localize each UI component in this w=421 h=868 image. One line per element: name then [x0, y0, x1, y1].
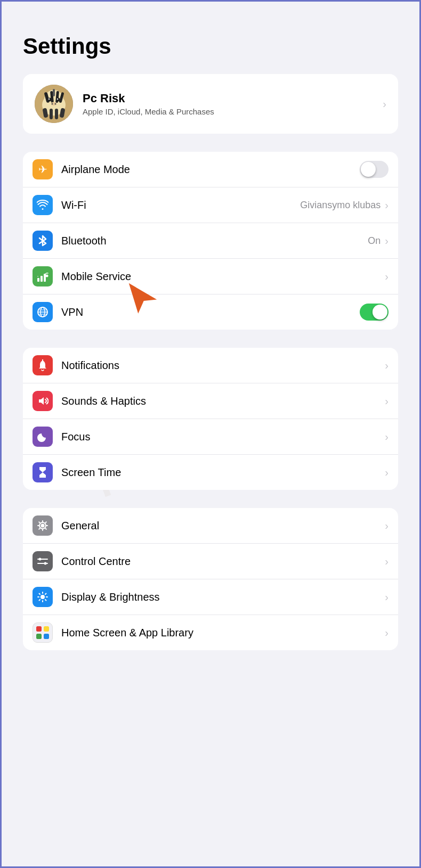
- home-screen-label: Home Screen & App Library: [61, 627, 385, 639]
- airplane-icon: ✈: [38, 163, 47, 176]
- wifi-chevron: ›: [385, 199, 388, 211]
- screen-time-chevron: ›: [385, 466, 388, 479]
- wifi-icon-wrap: [33, 195, 53, 215]
- notifications-row[interactable]: Notifications ›: [23, 348, 398, 383]
- home-screen-row[interactable]: Home Screen & App Library ›: [23, 615, 398, 650]
- svg-line-50: [39, 600, 41, 601]
- control-centre-icon-wrap: [33, 551, 53, 571]
- notifications-icon-wrap: [33, 355, 53, 375]
- notifications-chevron: ›: [385, 359, 388, 372]
- general-label: General: [61, 520, 385, 532]
- general-icon-wrap: [33, 515, 53, 536]
- svg-rect-21: [41, 276, 43, 282]
- airplane-mode-icon-wrap: ✈: [33, 159, 53, 179]
- svg-point-17: [52, 103, 53, 105]
- notifications-group: Notifications › Sounds & Haptics ›: [23, 348, 398, 490]
- vpn-row[interactable]: VPN: [23, 294, 398, 330]
- sound-icon: [37, 395, 48, 407]
- focus-chevron: ›: [385, 431, 388, 443]
- control-centre-chevron: ›: [385, 555, 388, 568]
- wifi-value: Giviansymo klubas: [300, 200, 380, 211]
- display-brightness-row[interactable]: Display & Brightness ›: [23, 579, 398, 615]
- vpn-toggle-thumb: [373, 305, 387, 320]
- svg-line-47: [39, 594, 41, 595]
- connectivity-group: ✈ Airplane Mode Wi-Fi Gi: [23, 152, 398, 330]
- svg-rect-23: [37, 276, 38, 277]
- home-screen-icon: [35, 625, 50, 640]
- general-chevron: ›: [385, 520, 388, 532]
- signal-icon: [37, 271, 48, 282]
- mobile-service-row[interactable]: Mobile Service ›: [23, 259, 398, 294]
- profile-name: Pc Risk: [83, 92, 383, 105]
- bluetooth-icon: [37, 235, 48, 247]
- avatar: [35, 85, 73, 123]
- bell-icon: [37, 359, 48, 371]
- svg-point-12: [48, 98, 52, 102]
- hourglass-icon: [37, 466, 48, 478]
- focus-label: Focus: [61, 431, 385, 443]
- general-group: General › Control Centre ›: [23, 508, 398, 650]
- globe-icon: [37, 306, 48, 318]
- home-screen-chevron: ›: [385, 627, 388, 639]
- svg-rect-51: [36, 626, 42, 632]
- focus-icon-wrap: [33, 427, 53, 447]
- screen-time-row[interactable]: Screen Time ›: [23, 455, 398, 490]
- airplane-mode-label: Airplane Mode: [61, 163, 360, 176]
- svg-rect-10: [55, 109, 58, 119]
- gear-icon: [37, 520, 48, 531]
- profile-card[interactable]: Pc Risk Apple ID, iCloud, Media & Purcha…: [23, 74, 398, 134]
- svg-point-14: [48, 99, 50, 100]
- profile-info: Pc Risk Apple ID, iCloud, Media & Purcha…: [83, 92, 383, 116]
- sun-icon: [37, 591, 48, 603]
- focus-row[interactable]: Focus ›: [23, 419, 398, 455]
- profile-chevron: ›: [383, 98, 386, 110]
- home-screen-icon-wrap: [33, 623, 53, 643]
- svg-point-42: [41, 595, 45, 599]
- control-centre-label: Control Centre: [61, 555, 385, 568]
- svg-line-48: [45, 600, 46, 601]
- svg-point-15: [57, 99, 58, 100]
- wifi-label: Wi-Fi: [61, 199, 300, 211]
- vpn-label: VPN: [61, 306, 360, 318]
- bluetooth-row[interactable]: Bluetooth On ›: [23, 223, 398, 259]
- svg-point-24: [46, 275, 48, 277]
- sounds-haptics-icon-wrap: [33, 391, 53, 411]
- mobile-service-label: Mobile Service: [61, 271, 385, 283]
- wifi-icon: [37, 199, 48, 211]
- sliders-icon: [37, 555, 48, 567]
- page-title: Settings: [23, 34, 398, 59]
- svg-rect-9: [50, 109, 53, 119]
- svg-point-18: [55, 103, 56, 105]
- sounds-haptics-row[interactable]: Sounds & Haptics ›: [23, 383, 398, 419]
- bluetooth-value: On: [368, 235, 380, 247]
- airplane-mode-toggle[interactable]: [360, 161, 388, 178]
- wifi-row[interactable]: Wi-Fi Giviansymo klubas ›: [23, 187, 398, 223]
- svg-rect-19: [53, 89, 55, 96]
- screen-time-icon-wrap: [33, 462, 53, 482]
- svg-marker-31: [39, 397, 44, 405]
- mobile-service-chevron: ›: [385, 271, 388, 283]
- airplane-mode-row[interactable]: ✈ Airplane Mode: [23, 152, 398, 187]
- airplane-mode-toggle-thumb: [361, 162, 376, 177]
- control-centre-row[interactable]: Control Centre ›: [23, 544, 398, 579]
- screen-time-label: Screen Time: [61, 466, 385, 479]
- profile-subtitle: Apple ID, iCloud, Media & Purchases: [83, 107, 383, 116]
- notifications-label: Notifications: [61, 359, 385, 372]
- bluetooth-icon-wrap: [33, 231, 53, 251]
- moon-icon: [37, 431, 48, 443]
- svg-point-34: [41, 524, 45, 528]
- display-brightness-chevron: ›: [385, 591, 388, 603]
- display-brightness-label: Display & Brightness: [61, 591, 385, 603]
- svg-rect-53: [36, 634, 42, 639]
- svg-point-13: [56, 98, 60, 102]
- sounds-haptics-label: Sounds & Haptics: [61, 395, 385, 407]
- settings-screen: pcrisk.com Settings: [0, 0, 421, 868]
- vpn-icon-wrap: [33, 302, 53, 322]
- svg-rect-54: [44, 634, 49, 639]
- mobile-service-icon-wrap: [33, 266, 53, 286]
- sounds-haptics-chevron: ›: [385, 395, 388, 407]
- general-row[interactable]: General ›: [23, 508, 398, 544]
- vpn-toggle[interactable]: [360, 304, 388, 321]
- svg-rect-52: [44, 626, 49, 632]
- bluetooth-chevron: ›: [385, 235, 388, 247]
